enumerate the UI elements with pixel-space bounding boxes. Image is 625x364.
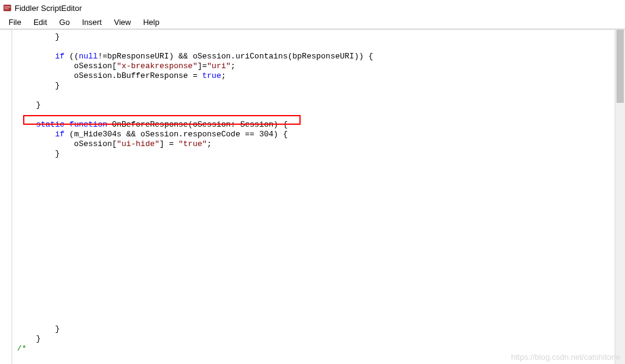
editor-container: } if ((null!=bpResponseURI) && oSession.… [0, 29, 625, 364]
menu-bar: File Edit Go Insert View Help [0, 16, 625, 29]
svg-rect-2 [4, 7, 10, 8]
app-icon [2, 3, 12, 13]
svg-rect-3 [4, 9, 9, 9]
window-title: Fiddler ScriptEditor [15, 4, 82, 13]
vertical-scrollbar[interactable] [615, 30, 625, 364]
svg-rect-1 [4, 6, 10, 7]
menu-go[interactable]: Go [53, 16, 75, 28]
watermark: https://blog.csdn.net/catshitone [511, 352, 620, 362]
scrollbar-thumb[interactable] [616, 30, 624, 103]
title-bar: Fiddler ScriptEditor [0, 0, 625, 16]
editor-gutter [0, 30, 12, 364]
menu-edit[interactable]: Edit [27, 16, 53, 28]
highlight-box [23, 115, 301, 125]
menu-help[interactable]: Help [137, 16, 166, 28]
code-editor[interactable]: } if ((null!=bpResponseURI) && oSession.… [12, 30, 615, 364]
menu-view[interactable]: View [108, 16, 137, 28]
menu-file[interactable]: File [2, 16, 27, 28]
menu-insert[interactable]: Insert [76, 16, 108, 28]
